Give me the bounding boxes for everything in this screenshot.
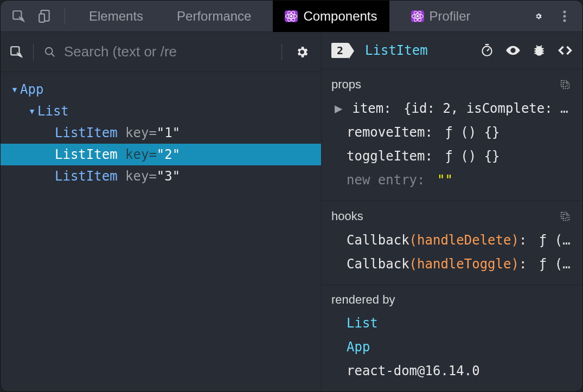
- tree-row-list[interactable]: ▼ List: [1, 100, 321, 122]
- prop-new-entry[interactable]: new entry: "": [322, 168, 582, 192]
- react-version: react-dom@16.14.0: [322, 359, 582, 383]
- tree-settings-gear-icon[interactable]: [291, 45, 313, 59]
- key-attr: key=: [125, 144, 157, 165]
- svg-point-15: [563, 19, 566, 22]
- section-title: hooks: [331, 209, 363, 223]
- prop-row[interactable]: ▶ item: {id: 2, isComplete: t…: [322, 97, 582, 120]
- svg-rect-22: [561, 213, 567, 219]
- tree-row-listitem[interactable]: ListItem key="1": [1, 122, 321, 144]
- caret-down-icon: ▼: [9, 79, 20, 100]
- more-menu-icon[interactable]: [556, 8, 573, 24]
- key-attr: key=: [125, 165, 157, 187]
- section-title: props: [331, 78, 361, 92]
- tab-performance[interactable]: Performance: [165, 1, 263, 32]
- tab-elements[interactable]: Elements: [77, 1, 155, 32]
- rendered-by-link[interactable]: App: [322, 335, 582, 359]
- rendered-by-section: rendered by List App react-dom@16.14.0: [322, 285, 582, 391]
- separator: [65, 8, 65, 24]
- hook-row[interactable]: Callback(handleToggle): ƒ () {}: [322, 252, 582, 276]
- search-input[interactable]: [64, 43, 273, 60]
- search-icon: [42, 44, 57, 60]
- selected-component-name: ListItem: [365, 43, 428, 58]
- copy-icon[interactable]: [558, 77, 573, 92]
- key-attr: key=: [125, 122, 157, 144]
- tree-row-listitem[interactable]: ListItem key="3": [1, 165, 321, 187]
- svg-point-4: [290, 15, 292, 17]
- separator: [281, 44, 282, 60]
- svg-rect-2: [39, 14, 44, 22]
- svg-point-13: [563, 10, 566, 13]
- inspect-pointer-icon[interactable]: [8, 44, 24, 60]
- component-details-pane: 2 ListItem props ▶ item: {id:: [322, 32, 582, 391]
- react-logo-icon: [411, 10, 424, 23]
- rendered-by-link[interactable]: List: [322, 311, 582, 335]
- prop-row[interactable]: toggleItem: ƒ () {}: [322, 144, 582, 168]
- tab-label: Performance: [177, 9, 251, 24]
- search-bar: [1, 32, 321, 72]
- view-source-icon[interactable]: [558, 43, 573, 58]
- hook-row[interactable]: Callback(handleDelete): ƒ () {}: [322, 228, 582, 252]
- tab-label: Components: [303, 9, 377, 24]
- svg-point-9: [416, 15, 418, 17]
- settings-gear-icon[interactable]: [530, 8, 547, 24]
- top-toolbar: Elements Performance Components Profiler: [1, 1, 582, 32]
- key-badge: 2: [331, 43, 349, 58]
- inspect-element-icon[interactable]: [10, 8, 27, 24]
- component-name: ListItem: [55, 122, 118, 144]
- debug-icon[interactable]: [531, 43, 547, 58]
- tab-profiler[interactable]: Profiler: [399, 1, 483, 32]
- details-header: 2 ListItem: [322, 32, 582, 69]
- hooks-section: hooks Callback(handleDelete): ƒ () {} Ca…: [322, 201, 582, 285]
- svg-rect-20: [561, 81, 567, 87]
- tab-label: Profiler: [430, 9, 471, 24]
- react-logo-icon: [285, 10, 298, 23]
- suspend-icon[interactable]: [479, 43, 495, 58]
- component-name: App: [20, 79, 43, 100]
- components-tree-pane: ▼ App ▼ List ListItem key="1" ListItem k…: [1, 32, 322, 391]
- key-value: "2": [157, 144, 180, 165]
- expand-icon[interactable]: ▶: [335, 98, 344, 119]
- svg-point-17: [46, 47, 53, 54]
- section-title: rendered by: [331, 293, 395, 307]
- props-section: props ▶ item: {id: 2, isComplete: t… rem…: [322, 69, 582, 201]
- component-name: ListItem: [55, 144, 118, 165]
- tab-components[interactable]: Components: [273, 1, 389, 32]
- component-tree: ▼ App ▼ List ListItem key="1" ListItem k…: [1, 72, 321, 187]
- tree-row-app[interactable]: ▼ App: [1, 79, 321, 100]
- inspect-dom-icon[interactable]: [505, 43, 521, 58]
- copy-icon[interactable]: [558, 209, 573, 224]
- svg-point-14: [563, 15, 566, 17]
- component-name: ListItem: [55, 165, 118, 187]
- caret-down-icon: ▼: [27, 100, 37, 122]
- component-name: List: [37, 100, 69, 122]
- tab-label: Elements: [89, 9, 143, 24]
- device-toggle-icon[interactable]: [36, 8, 53, 24]
- svg-rect-19: [563, 82, 569, 88]
- separator: [33, 44, 34, 60]
- key-value: "1": [157, 122, 180, 144]
- key-value: "3": [157, 165, 180, 187]
- devtools-window: Elements Performance Components Profiler: [0, 0, 583, 392]
- svg-rect-21: [563, 214, 569, 220]
- tree-row-listitem-selected[interactable]: ListItem key="2": [1, 144, 321, 165]
- prop-row[interactable]: removeItem: ƒ () {}: [322, 120, 582, 144]
